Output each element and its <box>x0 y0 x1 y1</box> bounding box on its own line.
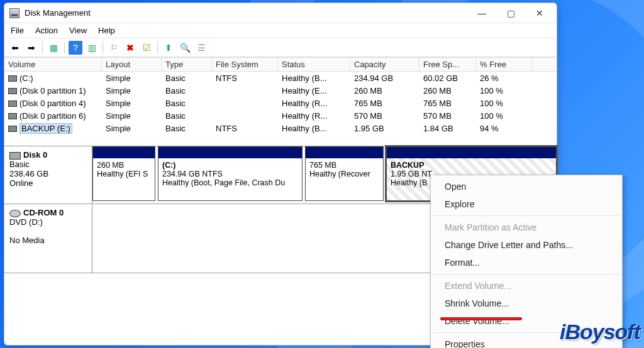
table-row[interactable]: (Disk 0 partition 6) Simple Basic Health… <box>4 109 557 122</box>
show-hide-tree-button[interactable]: ▦ <box>47 41 60 55</box>
table-row[interactable]: (C:) Simple Basic NTFS Healthy (B... 234… <box>4 72 557 84</box>
column-layout[interactable]: Layout <box>102 58 162 71</box>
partition[interactable]: 260 MB Healthy (EFI S <box>92 146 155 201</box>
cell-capacity: 234.94 GB <box>350 72 419 85</box>
column-volume[interactable]: Volume <box>4 58 102 71</box>
annotation-underline <box>440 317 522 320</box>
menu-action[interactable]: Action <box>35 26 58 35</box>
menu-open[interactable]: Open <box>431 178 622 195</box>
close-button[interactable]: ✕ <box>525 4 554 23</box>
table-row[interactable]: BACKUP (E:) Simple Basic NTFS Healthy (B… <box>4 122 557 134</box>
drive-icon <box>8 101 17 107</box>
maximize-button[interactable]: ▢ <box>496 4 525 23</box>
partition-title: (C:) <box>162 161 298 170</box>
partition-line1: 260 MB <box>97 161 151 170</box>
partition-stripe <box>387 147 556 158</box>
partition-title: BACKUP <box>391 161 552 170</box>
menu-separator <box>432 274 621 275</box>
toolbar-separator <box>42 41 43 54</box>
menu-change-drive-letter[interactable]: Change Drive Letter and Paths... <box>431 236 622 254</box>
volume-table-body: (C:) Simple Basic NTFS Healthy (B... 234… <box>4 72 557 134</box>
volume-name: (Disk 0 partition 4) <box>19 99 86 108</box>
menubar: File Action View Help <box>4 23 557 38</box>
toolbar-separator <box>103 41 103 54</box>
disk-state: Online <box>9 178 87 188</box>
column-freespace[interactable]: Free Sp... <box>419 58 476 71</box>
volume-name: (Disk 0 partition 6) <box>19 111 86 121</box>
cell-pct: 26 % <box>476 72 533 85</box>
menu-explore[interactable]: Explore <box>431 195 622 213</box>
partition-line2: Healthy (Boot, Page File, Crash Du <box>162 178 298 187</box>
cell-layout: Simple <box>102 72 162 85</box>
cell-fs: NTFS <box>212 72 278 85</box>
cell-status: Healthy (B... <box>278 72 350 85</box>
toolbar: ⬅ ➡ ▦ ? ▥ ⚐ ✖ ☑ ⬆ 🔍 ☰ <box>4 38 557 57</box>
disk-label[interactable]: Disk 0 Basic 238.46 GB Online <box>4 146 92 204</box>
watermark: iBoysoft <box>560 320 640 344</box>
check-icon[interactable]: ☑ <box>140 41 153 55</box>
volume-table-header: Volume Layout Type File System Status Ca… <box>4 57 557 72</box>
drive-icon <box>8 75 17 82</box>
partition-line1: 234.94 GB NTFS <box>162 170 298 178</box>
drive-icon <box>8 126 17 132</box>
app-icon <box>9 8 19 18</box>
refresh-icon[interactable]: ⚐ <box>107 41 121 55</box>
menu-format[interactable]: Format... <box>431 254 622 271</box>
partition[interactable]: 765 MB Healthy (Recover <box>305 146 384 201</box>
partition-stripe <box>306 147 383 158</box>
help-icon[interactable]: ? <box>69 41 82 55</box>
disk-label[interactable]: CD-ROM 0 DVD (D:) No Media <box>4 204 92 273</box>
disk-type: Basic <box>9 160 87 169</box>
partition-stripe <box>158 147 302 158</box>
column-status[interactable]: Status <box>278 58 350 71</box>
table-row[interactable]: (Disk 0 partition 4) Simple Basic Health… <box>4 97 557 109</box>
cell-type: Basic <box>162 72 212 85</box>
column-capacity[interactable]: Capacity <box>350 58 419 71</box>
minimize-button[interactable]: — <box>467 4 496 23</box>
titlebar: Disk Management — ▢ ✕ <box>4 3 557 23</box>
drive-icon <box>8 88 17 94</box>
column-filesystem[interactable]: File System <box>212 58 278 71</box>
up-icon[interactable]: ⬆ <box>162 41 175 55</box>
drive-icon <box>8 113 17 119</box>
toolbar-separator <box>157 41 158 54</box>
column-type[interactable]: Type <box>162 58 212 71</box>
settings-icon[interactable]: ▥ <box>85 41 99 55</box>
disk-icon <box>9 152 21 160</box>
column-pctfree[interactable]: % Free <box>476 58 533 71</box>
volume-name: (C:) <box>19 73 33 83</box>
partition-line2: Healthy (EFI S <box>97 170 151 178</box>
partition-stripe <box>93 147 155 158</box>
volume-name: BACKUP (E:) <box>19 123 72 134</box>
menu-shrink-volume[interactable]: Shrink Volume... <box>431 295 622 312</box>
menu-separator <box>432 215 621 216</box>
disk-type: DVD (D:) <box>9 217 87 227</box>
cell-free: 60.02 GB <box>419 72 476 85</box>
back-button[interactable]: ⬅ <box>8 41 22 55</box>
toolbar-separator <box>64 41 65 54</box>
list-icon[interactable]: ☰ <box>194 41 208 55</box>
partition-line2: Healthy (Recover <box>309 170 379 178</box>
menu-view[interactable]: View <box>69 26 87 35</box>
cdrom-icon <box>9 210 21 217</box>
window-title: Disk Management <box>25 8 467 18</box>
disk-name: Disk 0 <box>23 150 47 160</box>
menu-extend-volume: Extend Volume... <box>431 277 622 295</box>
partition-line1: 765 MB <box>309 161 379 170</box>
partition[interactable]: (C:) 234.94 GB NTFS Healthy (Boot, Page … <box>158 146 303 201</box>
disk-name: CD-ROM 0 <box>23 208 64 217</box>
menu-file[interactable]: File <box>11 26 24 35</box>
forward-button[interactable]: ➡ <box>25 41 38 55</box>
disk-size: 238.46 GB <box>9 169 87 178</box>
menu-help[interactable]: Help <box>98 26 115 35</box>
volume-name: (Disk 0 partition 1) <box>19 86 86 95</box>
search-icon[interactable]: 🔍 <box>178 41 192 55</box>
menu-mark-active: Mark Partition as Active <box>431 219 622 236</box>
disk-state: No Media <box>9 236 87 245</box>
delete-icon[interactable]: ✖ <box>123 41 137 55</box>
table-row[interactable]: (Disk 0 partition 1) Simple Basic Health… <box>4 84 557 97</box>
